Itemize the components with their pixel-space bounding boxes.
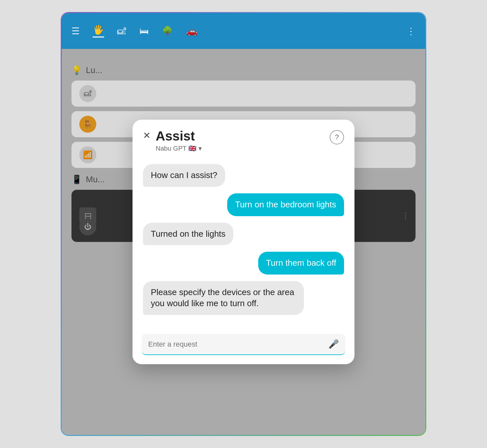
more-menu-icon[interactable]: ⋮ [406, 26, 416, 37]
menu-icon[interactable]: ☰ [71, 26, 80, 37]
help-button[interactable]: ? [330, 130, 344, 144]
message-1-text: How can I assist? [151, 170, 217, 180]
app-frame: ☰ 🖐 🛋 🛏 🌳 🚗 ⋮ 💡 Lu... 🛋 🪑 📶 📱 [61, 12, 426, 436]
bed-icon[interactable]: 🛏 [139, 26, 149, 37]
close-button[interactable]: ✕ [143, 130, 150, 141]
request-input[interactable] [148, 340, 328, 349]
message-4-text: Turn them back off [266, 258, 336, 268]
message-1: How can I assist? [143, 164, 225, 187]
message-4: Turn them back off [258, 252, 344, 275]
subtitle-chevron-icon[interactable]: ▾ [198, 144, 202, 152]
message-2-text: Turn on the bedroom lights [235, 200, 336, 209]
assist-modal: ✕ Assist Nabu GPT 🇬🇧 ▾ ? [133, 120, 354, 364]
input-container: 🎤 [142, 334, 345, 355]
modal-title-group: Assist Nabu GPT 🇬🇧 ▾ [156, 129, 202, 152]
top-bar: ☰ 🖐 🛋 🛏 🌳 🚗 ⋮ [62, 13, 425, 49]
message-3: Turned on the lights [143, 223, 233, 246]
microphone-icon[interactable]: 🎤 [328, 339, 339, 349]
message-5-text: Please specify the devices or the area y… [151, 287, 294, 308]
sofa-icon[interactable]: 🛋 [117, 26, 126, 37]
hand-wave-icon[interactable]: 🖐 [93, 24, 104, 37]
subtitle-text: Nabu GPT 🇬🇧 [156, 144, 196, 152]
modal-overlay: ✕ Assist Nabu GPT 🇬🇧 ▾ ? [62, 49, 425, 435]
message-5: Please specify the devices or the area y… [143, 281, 304, 315]
car-icon[interactable]: 🚗 [186, 26, 197, 37]
modal-header-left: ✕ Assist Nabu GPT 🇬🇧 ▾ [143, 129, 202, 152]
modal-title: Assist [156, 129, 202, 143]
message-3-text: Turned on the lights [151, 229, 226, 239]
chat-area: How can I assist? Turn on the bedroom li… [133, 157, 354, 327]
message-2: Turn on the bedroom lights [227, 193, 344, 216]
modal-header: ✕ Assist Nabu GPT 🇬🇧 ▾ ? [133, 120, 354, 157]
modal-subtitle: Nabu GPT 🇬🇧 ▾ [156, 144, 202, 152]
main-content: 💡 Lu... 🛋 🪑 📶 📱 Mu... ⊟ ⋮ ⏻ [62, 49, 425, 435]
input-area: 🎤 [133, 327, 354, 364]
tree-icon[interactable]: 🌳 [162, 26, 173, 37]
